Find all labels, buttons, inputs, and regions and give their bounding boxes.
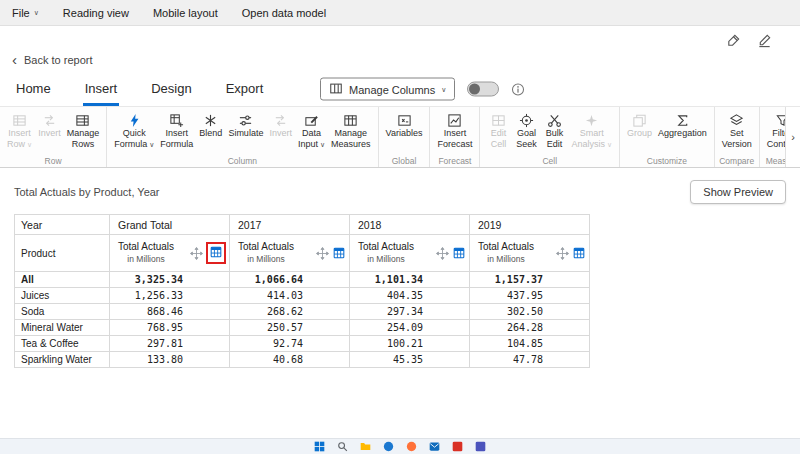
move-column-icon[interactable] <box>316 247 329 260</box>
menu-open-data-model[interactable]: Open data model <box>242 7 326 19</box>
sap-analytics-app-icon[interactable] <box>452 441 463 452</box>
edit-cell-button[interactable]: Edit Cell <box>484 111 512 151</box>
data-cell[interactable]: 404.35 <box>350 288 470 304</box>
highlight-box <box>206 242 226 264</box>
data-cell[interactable]: 1,066.64 <box>230 272 350 288</box>
move-column-icon[interactable] <box>436 247 449 260</box>
insert-formula-button[interactable]: Insert Formula <box>157 111 196 151</box>
data-cell[interactable]: 47.78 <box>470 352 590 368</box>
button-label: Invert <box>269 128 292 139</box>
move-column-icon[interactable] <box>190 247 203 260</box>
edge-browser-icon[interactable] <box>383 441 394 452</box>
view-toggle[interactable] <box>467 82 499 97</box>
invert-column-button[interactable]: Invert <box>266 111 295 140</box>
tab-home[interactable]: Home <box>14 74 53 106</box>
year-dimension-header[interactable]: Year <box>15 215 110 235</box>
invert-row-button[interactable]: Invert <box>35 111 64 140</box>
tab-insert[interactable]: Insert <box>83 74 120 106</box>
bulk-edit-button[interactable]: Bulk Edit <box>540 111 568 151</box>
data-cell[interactable]: 3,325.34 <box>110 272 230 288</box>
group-button[interactable]: Group <box>624 111 655 140</box>
ribbon-scroll-right-button[interactable]: › <box>785 107 800 167</box>
data-cell[interactable]: 100.21 <box>350 336 470 352</box>
row-label[interactable]: Juices <box>15 288 110 304</box>
search-icon[interactable] <box>337 441 348 452</box>
show-preview-button[interactable]: Show Preview <box>690 180 786 204</box>
insert-forecast-button[interactable]: Insert Forecast <box>434 111 475 151</box>
data-cell[interactable]: 250.57 <box>230 320 350 336</box>
data-cell[interactable]: 1,157.37 <box>470 272 590 288</box>
insert-row-button[interactable]: Insert Row∨ <box>4 111 35 151</box>
data-cell[interactable]: 1,256.33 <box>110 288 230 304</box>
data-cell[interactable]: 92.74 <box>230 336 350 352</box>
data-input-button[interactable]: Data Input∨ <box>295 111 328 151</box>
firefox-browser-icon[interactable] <box>406 441 417 452</box>
data-cell[interactable]: 268.62 <box>230 304 350 320</box>
crosstab-table: Year Grand Total 2017 2018 2019 Product … <box>14 214 590 368</box>
manage-measures-button[interactable]: Manage Measures <box>328 111 374 151</box>
set-version-button[interactable]: Set Version <box>719 111 755 151</box>
product-dimension-header[interactable]: Product <box>15 235 110 272</box>
info-icon[interactable] <box>511 82 525 96</box>
row-label[interactable]: Tea & Coffee <box>15 336 110 352</box>
button-label: Bulk <box>546 128 564 139</box>
start-icon[interactable] <box>314 441 325 452</box>
data-cell[interactable]: 297.34 <box>350 304 470 320</box>
data-cell[interactable]: 302.50 <box>470 304 590 320</box>
row-label[interactable]: Mineral Water <box>15 320 110 336</box>
data-cell[interactable]: 868.46 <box>110 304 230 320</box>
button-label: Group <box>627 128 652 139</box>
goal-seek-button[interactable]: Goal Seek <box>512 111 540 151</box>
data-cell[interactable]: 264.28 <box>470 320 590 336</box>
ribbon-group-global: Variables Global <box>379 107 431 167</box>
variables-button[interactable]: Variables <box>383 111 426 140</box>
highlighter-icon[interactable] <box>726 33 741 50</box>
row-label[interactable]: Soda <box>15 304 110 320</box>
data-cell[interactable]: 40.68 <box>230 352 350 368</box>
menu-mobile-layout[interactable]: Mobile layout <box>153 7 218 19</box>
smart-analysis-button[interactable]: Smart Analysis∨ <box>568 111 615 151</box>
manage-columns-button[interactable]: Manage Columns ∨ <box>320 78 455 101</box>
in-cell-chart-icon[interactable] <box>572 246 586 260</box>
data-cell[interactable]: 254.09 <box>350 320 470 336</box>
column-header-2019[interactable]: 2019 <box>470 215 590 235</box>
row-label[interactable]: Sparkling Water <box>15 352 110 368</box>
manage-rows-button[interactable]: Manage Rows <box>64 111 103 151</box>
column-header-grand-total[interactable]: Grand Total <box>110 215 230 235</box>
teams-app-icon[interactable] <box>475 441 486 452</box>
column-header-2018[interactable]: 2018 <box>350 215 470 235</box>
data-cell[interactable]: 45.35 <box>350 352 470 368</box>
data-cell[interactable]: 133.80 <box>110 352 230 368</box>
blend-button[interactable]: Blend <box>196 111 225 140</box>
data-cell[interactable]: 104.85 <box>470 336 590 352</box>
row-label[interactable]: All <box>15 272 110 288</box>
data-cell[interactable]: 768.95 <box>110 320 230 336</box>
data-cell[interactable]: 437.95 <box>470 288 590 304</box>
in-cell-chart-icon[interactable] <box>332 246 346 260</box>
data-cell[interactable]: 414.03 <box>230 288 350 304</box>
in-cell-chart-icon[interactable] <box>452 246 466 260</box>
aggregation-button[interactable]: Aggregation <box>655 111 710 140</box>
column-header-2017[interactable]: 2017 <box>230 215 350 235</box>
back-to-report-link[interactable]: ‹ Back to report <box>12 52 92 67</box>
data-cell[interactable]: 297.81 <box>110 336 230 352</box>
pencil-icon[interactable] <box>757 33 772 50</box>
file-explorer-icon[interactable] <box>360 441 371 452</box>
group-name-forecast: Forecast <box>430 156 479 166</box>
measure-label: Total Actuals <box>236 241 296 254</box>
button-label: Rows <box>72 139 95 150</box>
in-cell-chart-icon[interactable] <box>209 245 223 261</box>
move-column-icon[interactable] <box>556 247 569 260</box>
simulate-button[interactable]: Simulate <box>225 111 266 140</box>
insert-row-icon <box>12 112 27 128</box>
mail-app-icon[interactable] <box>429 441 440 452</box>
tab-export[interactable]: Export <box>224 74 266 106</box>
top-menubar: File ∨ Reading view Mobile layout Open d… <box>0 0 800 26</box>
menu-reading-view[interactable]: Reading view <box>63 7 129 19</box>
quick-formula-button[interactable]: Quick Formula∨ <box>111 111 157 151</box>
menu-file[interactable]: File ∨ <box>12 7 39 19</box>
tab-design[interactable]: Design <box>149 74 193 106</box>
measure-label: Total Actuals <box>476 241 536 254</box>
chevron-down-icon: ∨ <box>607 141 612 148</box>
data-cell[interactable]: 1,101.34 <box>350 272 470 288</box>
